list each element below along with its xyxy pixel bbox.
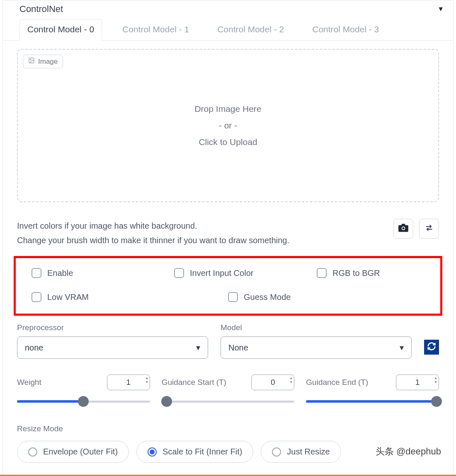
gend-label: Guidance End (T) [306, 378, 368, 387]
gend-value: 1 [415, 378, 420, 387]
caret-down-icon: ▾ [400, 343, 404, 353]
preprocessor-label: Preprocessor [17, 323, 208, 332]
hint-line1: Invert colors if your image has white ba… [17, 219, 289, 233]
preprocessor-value: none [25, 343, 44, 353]
svg-point-1 [30, 59, 31, 60]
dropzone-text: Drop Image Here - or - Click to Upload [194, 101, 261, 150]
tab-content: Image Drop Image Here - or - Click to Up… [3, 41, 453, 476]
model-select[interactable]: None ▾ [221, 336, 412, 359]
model-group: Model None ▾ [221, 323, 412, 359]
guidance-end-group: Guidance End (T) 1 ▴▾ [306, 375, 439, 405]
resize-mode-label: Resize Mode [17, 424, 439, 433]
gend-slider[interactable] [306, 398, 439, 405]
hints-text: Invert colors if your image has white ba… [17, 219, 289, 248]
check-enable[interactable]: Enable [32, 268, 174, 278]
swap-button[interactable] [419, 219, 439, 239]
hints-row: Invert colors if your image has white ba… [17, 219, 439, 248]
camera-button[interactable] [393, 219, 413, 239]
check-invert[interactable]: Invert Input Color [174, 268, 317, 278]
model-label: Model [221, 323, 412, 332]
checkbox-lowvram[interactable] [32, 292, 41, 302]
gstart-value: 0 [271, 378, 275, 387]
radio-scale-label: Scale to Fit (Inner Fit) [163, 447, 242, 457]
radio-scale[interactable]: Scale to Fit (Inner Fit) [136, 441, 253, 463]
checkbox-guess[interactable] [228, 292, 238, 302]
check-rgb-label: RGB to BGR [332, 268, 380, 278]
image-dropzone[interactable]: Image Drop Image Here - or - Click to Up… [17, 49, 439, 202]
radio-circle [28, 447, 37, 457]
tab-control-model-0[interactable]: Control Model - 0 [19, 19, 102, 41]
guidance-start-group: Guidance Start (T) 0 ▴▾ [162, 375, 295, 405]
gstart-input[interactable]: 0 ▴▾ [251, 375, 294, 390]
tab-control-model-2[interactable]: Control Model - 2 [209, 19, 292, 41]
svg-rect-3 [402, 224, 405, 225]
gstart-slider[interactable] [162, 398, 295, 405]
checkbox-enable[interactable] [32, 268, 41, 278]
camera-icon [398, 223, 409, 234]
selects-row: Preprocessor none ▾ Model None ▾ [17, 323, 439, 359]
caret-down-icon: ▾ [196, 343, 200, 353]
check-lowvram[interactable]: Low VRAM [32, 292, 228, 302]
radio-envelope-label: Envelope (Outer Fit) [43, 447, 118, 457]
dropzone-badge: Image [23, 55, 63, 68]
weight-input[interactable]: 1 ▴▾ [107, 375, 150, 390]
radio-circle-checked [148, 447, 157, 457]
swap-icon [424, 224, 434, 234]
panel-title: ControlNet [19, 4, 63, 14]
spinner-icon[interactable]: ▴▾ [435, 376, 437, 384]
radio-just[interactable]: Just Resize [261, 441, 341, 463]
model-value: None [228, 343, 248, 353]
preprocessor-group: Preprocessor none ▾ [17, 323, 208, 359]
dropzone-line3: Click to Upload [194, 134, 261, 150]
controlnet-panel: ControlNet ▼ Control Model - 0 Control M… [2, 0, 454, 476]
check-guess[interactable]: Guess Mode [228, 292, 291, 302]
check-lowvram-label: Low VRAM [47, 292, 89, 302]
radio-circle [272, 447, 281, 457]
collapse-icon[interactable]: ▼ [437, 5, 444, 13]
hint-line2: Change your brush width to make it thinn… [17, 233, 289, 248]
icon-buttons [393, 219, 439, 239]
refresh-model-button[interactable] [424, 340, 439, 355]
watermark: 头条 @deephub [376, 445, 441, 458]
checkbox-rgb[interactable] [317, 268, 327, 278]
preprocessor-select[interactable]: none ▾ [17, 336, 208, 359]
watermark-text: 头条 @deephub [376, 445, 441, 458]
spinner-icon[interactable]: ▴▾ [146, 376, 148, 384]
image-icon [28, 57, 35, 66]
refresh-icon [427, 342, 436, 353]
check-guess-label: Guess Mode [244, 292, 291, 302]
radio-envelope[interactable]: Envelope (Outer Fit) [17, 441, 129, 463]
tab-control-model-1[interactable]: Control Model - 1 [114, 19, 197, 41]
tab-control-model-3[interactable]: Control Model - 3 [304, 19, 387, 41]
weight-label: Weight [17, 378, 41, 387]
dropzone-line1: Drop Image Here [194, 101, 261, 117]
weight-slider[interactable] [17, 398, 150, 405]
check-row-1: Enable Invert Input Color RGB to BGR [32, 268, 424, 278]
dropzone-line2: - or - [194, 117, 261, 134]
tabs: Control Model - 0 Control Model - 1 Cont… [3, 19, 453, 41]
check-invert-label: Invert Input Color [190, 268, 253, 278]
check-row-2: Low VRAM Guess Mode [32, 292, 424, 302]
check-enable-label: Enable [47, 268, 73, 278]
sliders-row: Weight 1 ▴▾ Guidance Start (T) 0 [17, 375, 439, 405]
dropzone-badge-label: Image [38, 58, 58, 66]
options-highlighted: Enable Invert Input Color RGB to BGR Low… [14, 256, 442, 316]
gend-input[interactable]: 1 ▴▾ [396, 375, 439, 390]
checkbox-invert[interactable] [174, 268, 184, 278]
svg-point-5 [402, 227, 404, 229]
weight-group: Weight 1 ▴▾ [17, 375, 150, 405]
panel-header[interactable]: ControlNet ▼ [3, 0, 453, 16]
check-rgb[interactable]: RGB to BGR [317, 268, 424, 278]
radio-just-label: Just Resize [287, 447, 330, 457]
gstart-label: Guidance Start (T) [162, 378, 226, 387]
weight-value: 1 [126, 378, 131, 387]
spinner-icon[interactable]: ▴▾ [290, 376, 292, 384]
